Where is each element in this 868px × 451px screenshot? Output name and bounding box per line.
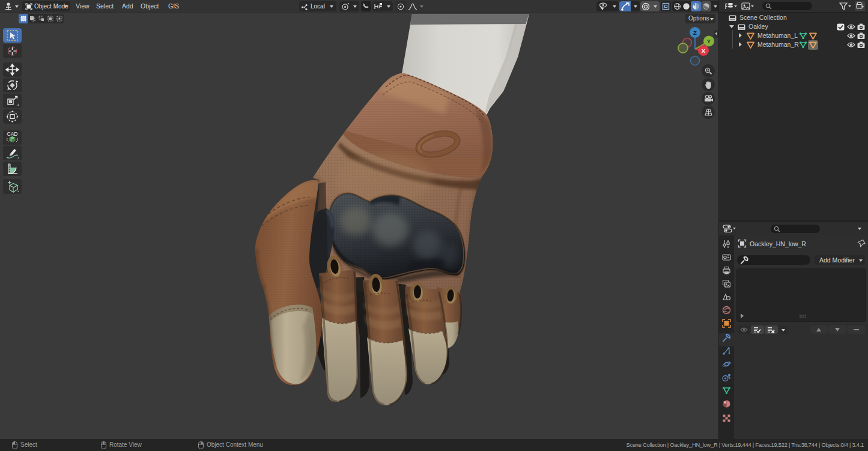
svg-text:X: X xyxy=(702,47,706,54)
svg-text:Z: Z xyxy=(693,29,697,36)
svg-text:Y: Y xyxy=(707,38,711,44)
svg-text:CAD: CAD xyxy=(7,131,18,137)
